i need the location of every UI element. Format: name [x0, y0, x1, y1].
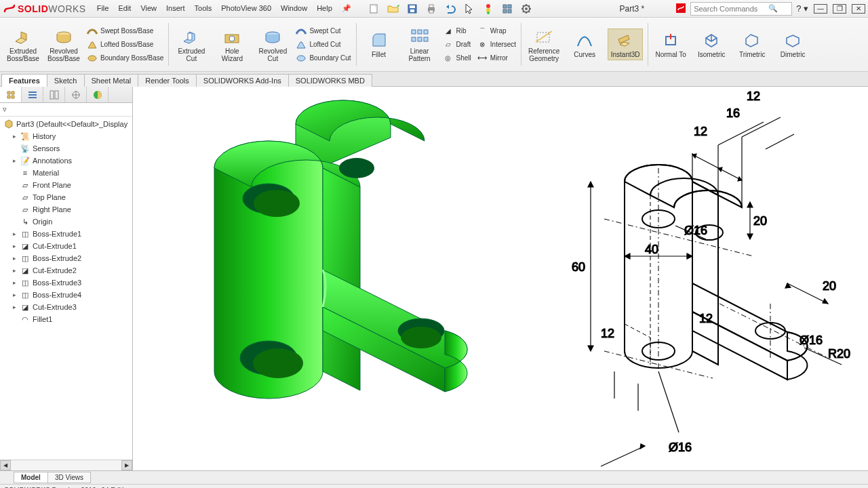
tree-item[interactable]: ▸◫Boss-Extrude4	[0, 289, 132, 301]
curves-button[interactable]: Curves	[567, 29, 602, 60]
dim-v20: 20	[753, 214, 767, 228]
search-commands[interactable]: 🔍	[690, 2, 792, 16]
menu-help[interactable]: Help	[313, 2, 336, 15]
view-tab-3dviews[interactable]: 3D Views	[47, 472, 91, 483]
feature-tree-tab[interactable]	[0, 87, 22, 102]
swept-boss-button[interactable]: Swept Boss/Base	[84, 24, 166, 38]
graphics-viewport[interactable]: 12 16 12 60 40 Ø16 20 20 12	[133, 87, 868, 470]
wrap-button[interactable]: ⌒Wrap	[474, 24, 519, 38]
config-tab[interactable]	[43, 87, 65, 102]
search-input[interactable]	[694, 5, 768, 13]
tab-sheetmetal[interactable]: Sheet Metal	[84, 74, 139, 87]
revolved-boss-button[interactable]: Revolved Boss/Base	[46, 26, 81, 64]
minimize-button[interactable]: —	[814, 4, 827, 14]
tree-item[interactable]: ↳Origin	[0, 216, 132, 228]
fillet-button[interactable]: Fillet	[361, 29, 397, 60]
property-tab[interactable]	[22, 87, 43, 102]
scroll-right-button[interactable]: ▶	[121, 460, 132, 470]
menu-photoview[interactable]: PhotoView 360	[217, 2, 275, 15]
expand-icon[interactable]: ▸	[11, 157, 18, 164]
tree-item[interactable]: ▸◪Cut-Extrude1	[0, 240, 132, 252]
close-button[interactable]: ✕	[852, 4, 865, 14]
lofted-boss-button[interactable]: Lofted Boss/Base	[84, 38, 166, 52]
tree-item[interactable]: 📡Sensors	[0, 142, 132, 155]
print-button[interactable]	[423, 2, 439, 16]
tree-item-label: Origin	[33, 218, 52, 226]
menu-view[interactable]: View	[136, 2, 161, 15]
extruded-boss-button[interactable]: Extruded Boss/Base	[5, 26, 41, 64]
select-button[interactable]	[461, 2, 477, 16]
search-icon[interactable]: 🔍	[768, 4, 778, 13]
sw-resources-icon[interactable]	[675, 3, 686, 15]
menu-insert[interactable]: Insert	[162, 2, 189, 15]
restore-button[interactable]: ❐	[833, 4, 846, 14]
tab-addins[interactable]: SOLIDWORKS Add-Ins	[196, 74, 289, 87]
options-button[interactable]	[499, 2, 515, 16]
view-tab-model[interactable]: Model	[14, 472, 48, 483]
rib-button[interactable]: ◢Rib	[440, 24, 474, 38]
extruded-cut-button[interactable]: Extruded Cut	[174, 26, 209, 64]
swept-cut-button[interactable]: Swept Cut	[293, 24, 353, 38]
expand-icon[interactable]: ▸	[11, 267, 18, 274]
tree-item[interactable]: ▱Top Plane	[0, 191, 132, 203]
expand-icon[interactable]: ▸	[11, 291, 18, 298]
expand-icon[interactable]: ▸	[11, 279, 18, 286]
new-button[interactable]	[366, 2, 382, 16]
svg-rect-35	[28, 94, 37, 96]
open-button[interactable]	[385, 2, 401, 16]
settings-button[interactable]	[518, 2, 534, 16]
mirror-button[interactable]: ⟷Mirror	[474, 52, 519, 65]
boundary-cut-button[interactable]: Boundary Cut	[293, 52, 353, 65]
hole-wizard-button[interactable]: Hole Wizard	[214, 26, 250, 64]
dimetric-button[interactable]: Dimetric	[775, 29, 810, 60]
revolved-cut-button[interactable]: Revolved Cut	[255, 26, 290, 64]
tree-item[interactable]: ▸📝Annotations	[0, 155, 132, 167]
tree-item[interactable]: ▱Right Plane	[0, 203, 132, 216]
draft-button[interactable]: ▱Draft	[440, 38, 474, 52]
menu-file[interactable]: File	[93, 2, 113, 15]
normal-to-button[interactable]: Normal To	[653, 29, 688, 60]
dimxpert-tab[interactable]	[65, 87, 87, 102]
tree-item[interactable]: ▸📜History	[0, 130, 132, 142]
lofted-cut-button[interactable]: Lofted Cut	[293, 38, 353, 52]
expand-icon[interactable]: ▸	[11, 304, 18, 310]
tree-item[interactable]: ▸◫Boss-Extrude1	[0, 228, 132, 240]
shell-button[interactable]: ◎Shell	[440, 52, 474, 65]
tree-item[interactable]: ▱Front Plane	[0, 179, 132, 191]
tab-rendertools[interactable]: Render Tools	[138, 74, 197, 87]
menu-pin-icon[interactable]: 📌	[338, 2, 355, 15]
tree-root[interactable]: Part3 (Default<<Default>_Display	[0, 118, 132, 130]
tree-hscroll[interactable]: ◀ ▶	[0, 460, 132, 470]
expand-icon[interactable]: ▸	[11, 255, 18, 262]
menu-tools[interactable]: Tools	[191, 2, 216, 15]
menu-edit[interactable]: Edit	[114, 2, 135, 15]
display-tab[interactable]	[87, 87, 108, 102]
tab-sketch[interactable]: Sketch	[47, 74, 85, 87]
boundary-boss-button[interactable]: Boundary Boss/Base	[84, 52, 166, 65]
help-button[interactable]: ? ▾	[796, 3, 808, 14]
tree-item[interactable]: ◠Fillet1	[0, 313, 132, 325]
intersect-button[interactable]: ⊗Intersect	[474, 38, 519, 52]
expand-icon[interactable]: ▸	[11, 133, 18, 140]
tab-mbd[interactable]: SOLIDWORKS MBD	[288, 74, 372, 87]
undo-button[interactable]	[442, 2, 458, 16]
tree-item[interactable]: ▸◪Cut-Extrude3	[0, 301, 132, 313]
trimetric-button[interactable]: Trimetric	[734, 29, 770, 60]
linear-pattern-button[interactable]: Linear Pattern	[402, 26, 437, 64]
tree-item[interactable]: ▸◪Cut-Extrude2	[0, 264, 132, 277]
menu-window[interactable]: Window	[277, 2, 311, 15]
scroll-left-button[interactable]: ◀	[0, 460, 11, 470]
instant3d-button[interactable]: Instant3D	[608, 28, 643, 60]
isometric-button[interactable]: Isometric	[694, 29, 729, 60]
rebuild-button[interactable]	[480, 2, 496, 16]
expand-icon[interactable]: ▸	[11, 243, 18, 249]
status-bar: SOLIDWORKS Premium 2016 x64 Edition	[0, 484, 868, 488]
reference-geometry-button[interactable]: Reference Geometry	[526, 26, 561, 64]
tree-item[interactable]: ▸◫Boss-Extrude3	[0, 277, 132, 289]
tab-features[interactable]: Features	[1, 74, 47, 87]
tree-item[interactable]: ▸◫Boss-Extrude2	[0, 252, 132, 264]
tree-filter[interactable]: ▿	[0, 103, 132, 117]
save-button[interactable]	[404, 2, 420, 16]
tree-item[interactable]: ≡Material	[0, 167, 132, 179]
expand-icon[interactable]: ▸	[11, 230, 18, 237]
